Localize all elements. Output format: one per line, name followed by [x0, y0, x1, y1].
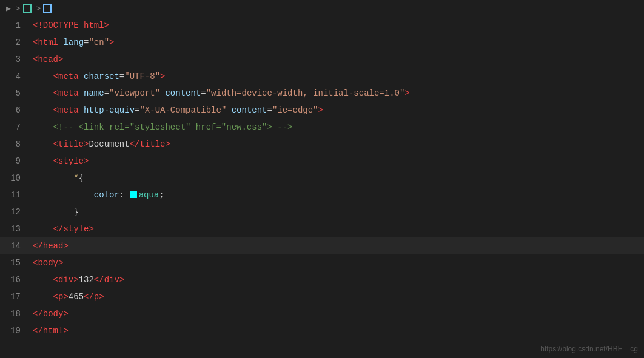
line-content-19: </html> [30, 322, 644, 339]
code-line-7[interactable]: 7 <!-- <link rel="stylesheet" href="new.… [0, 119, 644, 136]
head-box-icon [43, 4, 52, 13]
code-line-14[interactable]: 14</head> [0, 237, 644, 254]
line-content-16: <div>132</div> [30, 271, 644, 288]
code-line-2[interactable]: 2<html lang="en"> [0, 34, 644, 51]
code-line-6[interactable]: 6 <meta http-equiv="X-UA-Compatible" con… [0, 102, 644, 119]
line-number-19: 19 [0, 322, 30, 339]
line-content-17: <p>465</p> [30, 288, 644, 305]
code-line-10[interactable]: 10 *{ [0, 170, 644, 187]
code-line-9[interactable]: 9 <style> [0, 153, 644, 170]
line-number-10: 10 [0, 170, 30, 187]
watermark: https://blog.csdn.net/HBF__cg [540, 345, 638, 353]
code-line-8[interactable]: 8 <title>Document</title> [0, 136, 644, 153]
line-content-7: <!-- <link rel="stylesheet" href="new.cs… [30, 119, 644, 136]
line-number-15: 15 [0, 254, 30, 271]
line-content-15: <body> [30, 254, 644, 271]
line-number-1: 1 [0, 17, 30, 34]
line-number-9: 9 [0, 153, 30, 170]
html-box-icon [23, 4, 32, 13]
line-content-5: <meta name="viewport" content="width=dev… [30, 85, 644, 102]
line-content-18: </body> [30, 305, 644, 322]
code-line-16[interactable]: 16 <div>132</div> [0, 271, 644, 288]
line-number-11: 11 [0, 187, 30, 204]
code-line-12[interactable]: 12 } [0, 204, 644, 220]
line-number-16: 16 [0, 271, 30, 288]
line-number-5: 5 [0, 85, 30, 102]
line-number-13: 13 [0, 220, 30, 237]
breadcrumb-bar: ▶ > > [0, 0, 644, 17]
line-content-1: <!DOCTYPE html> [30, 17, 644, 34]
code-editor: 1<!DOCTYPE html>2<html lang="en">3<head>… [0, 17, 644, 339]
line-number-3: 3 [0, 51, 30, 68]
line-content-9: <style> [30, 153, 644, 170]
code-line-3[interactable]: 3<head> [0, 51, 644, 68]
line-content-13: </style> [30, 220, 644, 237]
breadcrumb-sep1: > [16, 4, 21, 13]
line-number-17: 17 [0, 288, 30, 305]
line-number-7: 7 [0, 119, 30, 136]
chevron-right-icon: ▶ [6, 4, 11, 13]
line-content-10: *{ [30, 170, 644, 187]
code-line-13[interactable]: 13 </style> [0, 220, 644, 237]
code-line-17[interactable]: 17 <p>465</p> [0, 288, 644, 305]
line-number-12: 12 [0, 204, 30, 220]
line-number-8: 8 [0, 136, 30, 153]
line-number-2: 2 [0, 34, 30, 51]
line-number-6: 6 [0, 102, 30, 119]
line-content-8: <title>Document</title> [30, 136, 644, 153]
line-content-11: color: aqua; [30, 187, 644, 204]
line-content-3: <head> [30, 51, 644, 68]
code-line-19[interactable]: 19</html> [0, 322, 644, 339]
line-number-18: 18 [0, 305, 30, 322]
color-swatch-icon [130, 191, 137, 198]
code-line-1[interactable]: 1<!DOCTYPE html> [0, 17, 644, 34]
code-line-5[interactable]: 5 <meta name="viewport" content="width=d… [0, 85, 644, 102]
line-content-14: </head> [30, 237, 644, 254]
line-content-4: <meta charset="UTF-8"> [30, 68, 644, 85]
line-content-2: <html lang="en"> [30, 34, 644, 51]
code-line-4[interactable]: 4 <meta charset="UTF-8"> [0, 68, 644, 85]
breadcrumb-sep2: > [36, 4, 41, 13]
line-content-12: } [30, 204, 644, 220]
code-line-18[interactable]: 18</body> [0, 305, 644, 322]
line-number-14: 14 [0, 237, 30, 254]
line-content-6: <meta http-equiv="X-UA-Compatible" conte… [30, 102, 644, 119]
line-number-4: 4 [0, 68, 30, 85]
code-line-11[interactable]: 11 color: aqua; [0, 187, 644, 204]
code-line-15[interactable]: 15<body> [0, 254, 644, 271]
